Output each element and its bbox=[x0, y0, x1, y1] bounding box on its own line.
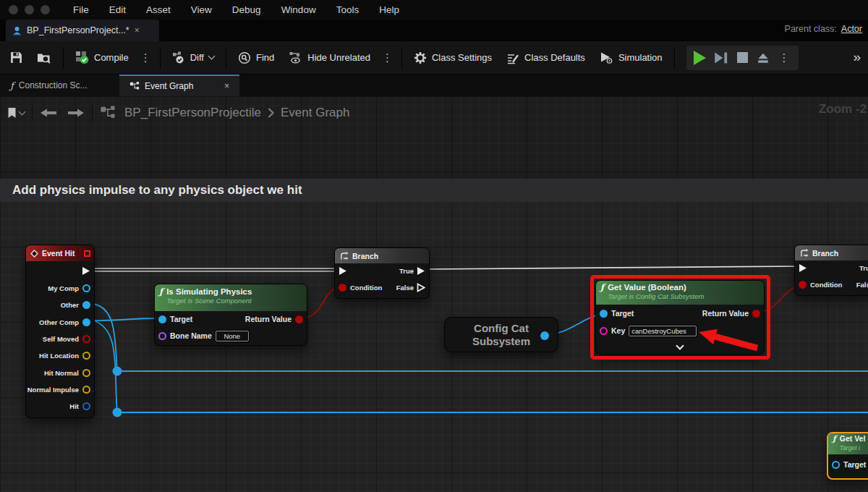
save-icon bbox=[10, 51, 22, 64]
pin-my-comp[interactable] bbox=[82, 284, 90, 292]
pin-condition[interactable] bbox=[339, 284, 346, 292]
event-graph-tab-close-icon[interactable]: × bbox=[224, 81, 229, 91]
pin-label: Hit Normal bbox=[44, 369, 79, 377]
class-settings-button[interactable]: Class Settings bbox=[407, 41, 499, 75]
pin-other-comp[interactable] bbox=[82, 318, 90, 326]
window-close-button[interactable] bbox=[9, 5, 18, 14]
breadcrumb-graph: Event Graph bbox=[281, 106, 349, 120]
reroute-node[interactable] bbox=[113, 408, 122, 417]
exec-in-pin[interactable] bbox=[799, 263, 807, 273]
pin-normal-impulse[interactable] bbox=[82, 386, 90, 394]
hide-unrelated-icon bbox=[289, 51, 302, 64]
graph-tab-bar: ƒ Construction Sc... Event Graph × bbox=[0, 75, 868, 96]
eject-button[interactable] bbox=[757, 51, 770, 64]
delegate-pin[interactable] bbox=[84, 250, 90, 257]
pin-subsystem-out[interactable] bbox=[540, 331, 549, 340]
find-icon bbox=[238, 51, 251, 64]
construction-tab-label: Construction Sc... bbox=[19, 80, 88, 90]
play-button[interactable] bbox=[694, 51, 706, 65]
exec-true-pin[interactable] bbox=[417, 266, 425, 276]
menu-file[interactable]: File bbox=[63, 0, 99, 20]
pin-target[interactable] bbox=[832, 461, 840, 469]
forward-arrow-icon[interactable] bbox=[67, 108, 85, 118]
pin-condition[interactable] bbox=[799, 281, 807, 289]
graph-breadcrumb-bar: BP_FirstPersonProjectile Event Graph bbox=[0, 101, 868, 124]
play-options-button[interactable]: ⋮ bbox=[775, 51, 794, 64]
node-title: Branch bbox=[352, 252, 378, 260]
exec-out-pin[interactable] bbox=[82, 266, 90, 276]
bone-name-input[interactable] bbox=[216, 331, 249, 342]
node-title: Get Vel bbox=[840, 434, 866, 444]
node-title-line1: Config Cat bbox=[472, 322, 530, 335]
menu-debug[interactable]: Debug bbox=[222, 0, 271, 20]
window-minimize-button[interactable] bbox=[25, 5, 34, 14]
pin-label: True bbox=[399, 267, 414, 275]
tab-event-graph[interactable]: Event Graph × bbox=[119, 75, 239, 96]
asset-tab-close-icon[interactable]: × bbox=[135, 25, 140, 35]
simulation-button[interactable]: Simulation bbox=[592, 41, 670, 75]
find-label: Find bbox=[256, 52, 274, 63]
menu-tools[interactable]: Tools bbox=[326, 0, 370, 20]
breadcrumb-asset[interactable]: BP_FirstPersonProjectile bbox=[124, 106, 261, 120]
pin-label: Return Value bbox=[245, 315, 292, 323]
compile-button[interactable]: Compile bbox=[68, 41, 136, 75]
node-event-hit[interactable]: Event Hit My Comp Other Other Comp Self … bbox=[25, 245, 95, 418]
graph-icon bbox=[129, 81, 140, 91]
diff-icon bbox=[172, 51, 185, 64]
pin-label: Other Comp bbox=[39, 318, 79, 326]
pin-hit-location[interactable] bbox=[82, 352, 90, 360]
pin-hit[interactable] bbox=[82, 402, 90, 410]
class-defaults-label: Class Defaults bbox=[524, 52, 585, 63]
pin-target[interactable] bbox=[158, 315, 166, 323]
window-zoom-button[interactable] bbox=[41, 5, 50, 14]
node-branch-1[interactable]: Branch True Condition False bbox=[334, 247, 430, 299]
hide-unrelated-options-button[interactable]: ⋮ bbox=[378, 51, 397, 64]
node-config-cat-subsystem[interactable]: Config Cat Subsystem bbox=[444, 317, 558, 352]
menu-view[interactable]: View bbox=[181, 0, 222, 20]
pin-bone-name[interactable] bbox=[158, 332, 166, 340]
pin-label: Target bbox=[843, 460, 866, 469]
pin-return-value[interactable] bbox=[295, 315, 303, 323]
pin-hit-normal[interactable] bbox=[82, 369, 90, 377]
node-branch-2[interactable]: Branch True Condition False bbox=[794, 245, 868, 296]
exec-false-pin[interactable] bbox=[417, 283, 425, 292]
parent-class-link[interactable]: Actor bbox=[841, 24, 862, 34]
reroute-node[interactable] bbox=[113, 367, 122, 376]
compile-options-button[interactable]: ⋮ bbox=[136, 51, 156, 64]
pin-label: My Comp bbox=[48, 284, 79, 292]
find-button[interactable]: Find bbox=[231, 41, 281, 75]
class-defaults-button[interactable]: Class Defaults bbox=[499, 41, 592, 75]
pin-other[interactable] bbox=[82, 301, 90, 309]
browse-button[interactable] bbox=[30, 41, 59, 75]
asset-tab[interactable]: BP_FirstPersonProject...* × bbox=[6, 20, 159, 41]
pin-self-moved[interactable] bbox=[82, 335, 90, 343]
node-get-velocity[interactable]: ƒ Get Vel Target i Target bbox=[827, 432, 868, 480]
pin-label: Normal Impulse bbox=[27, 386, 79, 394]
unreal-blueprint-editor: File Edit Asset View Debug Window Tools … bbox=[0, 0, 868, 492]
frame-skip-button[interactable] bbox=[714, 51, 728, 65]
node-title: Event Hit bbox=[42, 249, 75, 258]
bookmark-dropdown-icon[interactable] bbox=[19, 108, 26, 115]
menu-help[interactable]: Help bbox=[369, 0, 409, 20]
browse-icon bbox=[37, 51, 51, 64]
pin-label: Target bbox=[170, 315, 192, 323]
bookmark-icon[interactable] bbox=[7, 107, 17, 119]
menu-window[interactable]: Window bbox=[271, 0, 326, 20]
stop-button[interactable] bbox=[737, 52, 748, 63]
menu-asset[interactable]: Asset bbox=[136, 0, 181, 20]
save-button[interactable] bbox=[0, 41, 30, 75]
class-settings-label: Class Settings bbox=[432, 52, 492, 63]
pencil-lines-icon bbox=[506, 51, 519, 64]
tab-construction-script[interactable]: ƒ Construction Sc... bbox=[0, 75, 119, 96]
pin-label: Bone Name bbox=[170, 331, 212, 340]
menu-edit[interactable]: Edit bbox=[99, 0, 136, 20]
branch-icon bbox=[799, 248, 809, 258]
highlight-rectangle bbox=[590, 275, 770, 360]
exec-in-pin[interactable] bbox=[339, 266, 347, 276]
pin-label: Condition bbox=[350, 284, 382, 292]
toolbar-overflow-button[interactable]: » bbox=[853, 49, 861, 65]
back-arrow-icon[interactable] bbox=[40, 108, 57, 118]
node-is-simulating-physics[interactable]: ƒ Is Simulating Physics Target is Scene … bbox=[154, 284, 307, 346]
diff-button[interactable]: Diff bbox=[165, 41, 221, 75]
hide-unrelated-button[interactable]: Hide Unrelated bbox=[281, 41, 378, 75]
